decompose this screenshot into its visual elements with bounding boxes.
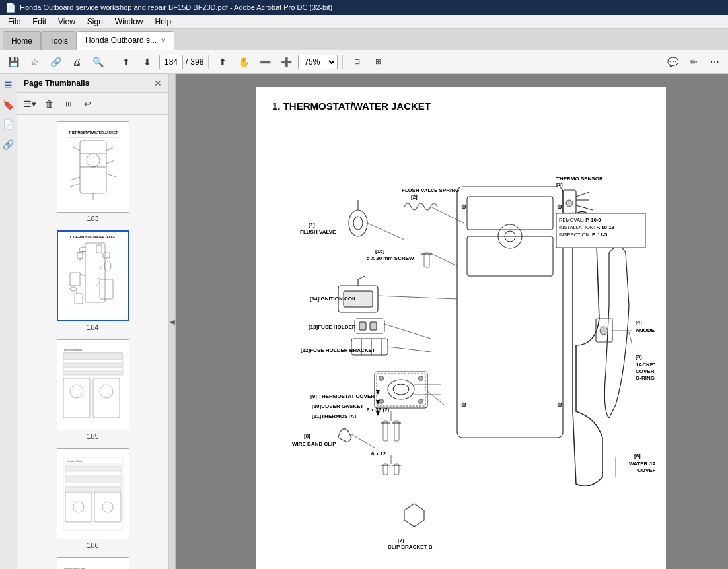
sidebar-header: Page Thumbnails ✕: [17, 74, 168, 93]
toolbar: 💾 ☆ 🔗 🖨 🔍 ⬆ ⬇ / 398 ⬆ ✋ ➖ ➕ 75% 100% 125…: [0, 50, 728, 74]
thumb-img-184: 1. THERMOSTAT/WATER JACKET: [57, 230, 129, 321]
left-icon-panel: ☰ 🔖 📄 🔗: [0, 74, 17, 569]
sidebar-menu-btn[interactable]: ☰▾: [21, 96, 38, 112]
sidebar: Page Thumbnails ✕ ☰▾ 🗑 ⊞ ↩ THERMOSTAT/WA…: [17, 74, 169, 569]
svg-text:REMOVAL: P. 10-9: REMOVAL: P. 10-9: [559, 217, 601, 223]
title-bar: 📄 Honda Outboard service workshop and re…: [0, 0, 728, 15]
sidebar-close-button[interactable]: ✕: [154, 78, 162, 88]
tab-home-label: Home: [11, 36, 32, 46]
page-sep: /: [186, 57, 188, 67]
hand-tool[interactable]: ✋: [235, 53, 253, 71]
svg-line-96: [358, 276, 365, 279]
svg-rect-53: [65, 487, 121, 492]
svg-text:[14]IGNITION COIL: [14]IGNITION COIL: [310, 296, 357, 302]
svg-text:[10]COVER GASKET: [10]COVER GASKET: [312, 403, 363, 409]
fit-page-button[interactable]: ⊞: [369, 53, 387, 71]
next-page-button[interactable]: ⬇: [138, 53, 157, 71]
svg-text:[13]FUSE HOLDER: [13]FUSE HOLDER: [309, 324, 356, 330]
svg-point-75: [558, 205, 562, 209]
svg-rect-36: [63, 355, 123, 359]
menu-view[interactable]: View: [53, 16, 81, 28]
svg-point-80: [419, 376, 423, 381]
svg-text:THERMO SENSOR: THERMO SENSOR: [556, 176, 603, 182]
total-pages: 398: [190, 57, 203, 67]
menu-edit[interactable]: Edit: [27, 16, 52, 28]
svg-rect-40: [63, 372, 123, 375]
comment-button[interactable]: 💬: [663, 53, 682, 71]
page-title: 1. THERMOSTAT/WATER JACKET: [272, 100, 650, 112]
pages-panel-icon[interactable]: 📄: [1, 117, 16, 132]
menu-bar: File Edit View Sign Window Help: [0, 15, 728, 29]
svg-rect-49: [65, 466, 121, 471]
menu-help[interactable]: Help: [150, 16, 177, 28]
more-tools-button[interactable]: ⋯: [706, 53, 724, 71]
thumb-label-184: 184: [87, 323, 98, 331]
sidebar-collapse-handle[interactable]: ◀: [169, 74, 176, 569]
thumb-img-186: Service Data: [57, 448, 129, 539]
svg-point-74: [462, 205, 466, 209]
thumb-label-183: 183: [87, 215, 98, 222]
sidebar-thumbnails[interactable]: THERMOSTAT/WATER JACKET: [17, 115, 168, 569]
thumb-img-185: Technical specs: [57, 339, 129, 430]
tab-close-button[interactable]: ✕: [161, 37, 166, 44]
nav-panel-icon[interactable]: ☰: [1, 78, 16, 92]
page-number-input[interactable]: [159, 55, 183, 69]
svg-marker-169: [376, 411, 380, 416]
svg-rect-83: [377, 374, 425, 406]
toolbar-separator-1: [112, 55, 112, 69]
svg-text:[12]FUSE HOLDER BRACKET: [12]FUSE HOLDER BRACKET: [301, 347, 375, 353]
svg-text:JACKET: JACKET: [636, 362, 655, 368]
svg-text:INSPECTION: P. 11-5: INSPECTION: P. 11-5: [559, 232, 607, 238]
menu-file[interactable]: File: [3, 16, 26, 28]
svg-point-82: [419, 399, 423, 404]
svg-point-81: [379, 399, 384, 404]
svg-rect-91: [359, 322, 366, 330]
bookmark-panel-icon[interactable]: 🔖: [1, 98, 16, 112]
svg-line-121: [384, 324, 431, 339]
tab-tools[interactable]: Tools: [41, 31, 77, 50]
thumbnail-187[interactable]: Torque/Spec Table 187: [17, 554, 168, 569]
thumbnail-184[interactable]: 1. THERMOSTAT/WATER JACKET: [17, 228, 168, 334]
document-view[interactable]: 1. THERMOSTAT/WATER JACKET: [194, 74, 728, 569]
highlight-button[interactable]: ✏: [684, 53, 703, 71]
menu-sign[interactable]: Sign: [82, 16, 108, 28]
svg-rect-92: [370, 322, 377, 330]
tab-document[interactable]: Honda Outboard s... ✕: [77, 31, 174, 50]
prev-page-button[interactable]: ⬆: [117, 53, 135, 71]
svg-line-125: [427, 391, 444, 405]
find-button[interactable]: 🔍: [89, 53, 107, 71]
toolbar-separator-3: [342, 55, 343, 69]
thumb-img-183: THERMOSTAT/WATER JACKET: [57, 121, 129, 213]
sidebar-delete-btn[interactable]: 🗑: [40, 96, 57, 112]
zoom-select[interactable]: 75% 100% 125% 150%: [298, 55, 338, 69]
thumb-img-187: Torque/Spec Table: [57, 557, 129, 569]
thumbnail-186[interactable]: Service Data 186: [17, 446, 168, 552]
svg-text:[6]: [6]: [634, 453, 641, 459]
sidebar-undo-btn[interactable]: ↩: [79, 96, 96, 112]
bookmark-button[interactable]: ☆: [25, 53, 44, 71]
svg-line-120: [429, 253, 457, 266]
print-button[interactable]: 🖨: [67, 53, 86, 71]
cursor-tool[interactable]: ⬆: [213, 53, 232, 71]
svg-point-85: [393, 384, 409, 395]
zoom-out-button[interactable]: ➖: [256, 53, 274, 71]
svg-point-106: [600, 327, 608, 335]
svg-text:O-RING: O-RING: [636, 375, 655, 381]
thumb-label-186: 186: [87, 541, 98, 549]
thumbnail-185[interactable]: Technical specs: [17, 337, 168, 443]
links-panel-icon[interactable]: 🔗: [1, 137, 16, 152]
attach-button[interactable]: 🔗: [46, 53, 65, 71]
svg-point-79: [379, 376, 384, 381]
menu-window[interactable]: Window: [110, 16, 149, 28]
tab-home[interactable]: Home: [3, 31, 41, 50]
svg-text:INSTALLATION: P. 10-18: INSTALLATION: P. 10-18: [559, 224, 614, 230]
fit-width-button[interactable]: ⊡: [347, 53, 366, 71]
zoom-in-button[interactable]: ➕: [277, 53, 295, 71]
page-navigation: / 398: [159, 55, 203, 69]
sidebar-replace-btn[interactable]: ⊞: [59, 96, 77, 112]
save-button[interactable]: 💾: [4, 53, 22, 71]
svg-line-127: [629, 332, 632, 345]
thumbnail-183[interactable]: THERMOSTAT/WATER JACKET: [17, 119, 168, 225]
svg-point-77: [558, 403, 562, 407]
svg-text:1. THERMOSTAT/WATER JACKET: 1. THERMOSTAT/WATER JACKET: [69, 236, 117, 239]
